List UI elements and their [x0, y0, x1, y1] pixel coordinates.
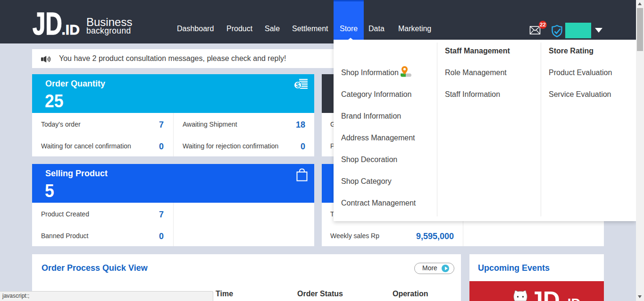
- svg-text:JD: JD: [530, 287, 560, 301]
- svg-text:.ID: .ID: [564, 296, 581, 301]
- svg-text:$: $: [296, 81, 300, 89]
